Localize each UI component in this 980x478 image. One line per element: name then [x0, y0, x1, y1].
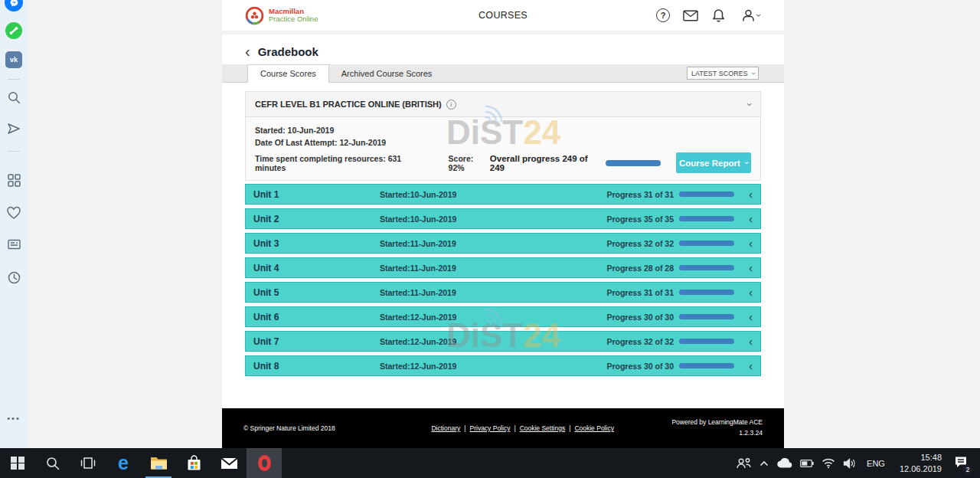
unit-row[interactable]: Unit 3 Started:11-Jun-2019 Progress 32 o…: [245, 233, 761, 254]
chevron-down-icon[interactable]: ›: [744, 103, 754, 106]
unit-name: Unit 3: [253, 238, 380, 249]
unit-started: Started:11-Jun-2019: [380, 239, 606, 248]
chevron-left-icon[interactable]: ‹: [743, 188, 753, 200]
unit-started: Started:11-Jun-2019: [380, 288, 606, 297]
footer-copyright: © Springer Nature Limited 2018: [243, 424, 374, 432]
start-icon[interactable]: [0, 448, 35, 478]
unit-progress: Progress 32 of 32: [606, 239, 674, 248]
chevron-left-icon[interactable]: ‹: [743, 262, 753, 273]
back-icon[interactable]: ‹: [245, 44, 250, 58]
footer-powered-by: Powered by LearningMate ACE: [671, 417, 763, 428]
help-icon[interactable]: ?: [655, 8, 671, 23]
tab-course-scores[interactable]: Course Scores: [247, 64, 329, 83]
unit-row[interactable]: Unit 6 Started:12-Jun-2019 Progress 30 o…: [245, 306, 761, 327]
unit-row[interactable]: Unit 2 Started:10-Jun-2019 Progress 35 o…: [245, 208, 761, 229]
nav-courses[interactable]: COURSES: [479, 10, 528, 21]
taskbar-search-icon[interactable]: [35, 448, 70, 478]
bell-icon[interactable]: [710, 8, 726, 23]
chevron-down-icon: ›: [743, 162, 751, 165]
footer-link-cookie-policy[interactable]: Cookie Policy: [574, 424, 614, 432]
opera-icon[interactable]: [247, 448, 282, 478]
unit-progress-bar: [679, 290, 734, 295]
messenger-icon[interactable]: [0, 0, 28, 11]
notification-badge: 2: [962, 464, 973, 475]
chevron-left-icon[interactable]: ‹: [743, 237, 753, 249]
unit-row[interactable]: Unit 5 Started:11-Jun-2019 Progress 31 o…: [245, 282, 761, 303]
unit-name: Unit 2: [253, 214, 380, 224]
unit-progress: Progress 31 of 31: [606, 190, 674, 199]
task-view-icon[interactable]: [70, 448, 106, 478]
people-icon[interactable]: [736, 457, 752, 470]
course-started: Started: 10-Jun-2019: [255, 126, 751, 135]
course-time-spent: Time spent completing resources: 631 min…: [255, 154, 427, 172]
footer-link-cookie-settings[interactable]: Cookie Settings: [520, 424, 566, 432]
file-explorer-icon[interactable]: [141, 448, 176, 478]
chevron-left-icon[interactable]: ‹: [743, 286, 753, 298]
macmillan-logo-icon: [245, 6, 264, 25]
unit-progress-bar: [679, 265, 734, 270]
more-icon[interactable]: •••: [0, 414, 28, 423]
unit-started: Started:11-Jun-2019: [380, 264, 606, 273]
volume-icon[interactable]: [843, 458, 856, 469]
unit-row[interactable]: Unit 8 Started:12-Jun-2019 Progress 30 o…: [245, 355, 761, 376]
unit-progress-bar: [679, 241, 734, 246]
unit-row[interactable]: Unit 4 Started:11-Jun-2019 Progress 28 o…: [245, 257, 761, 278]
unit-row[interactable]: Unit 1 Started:10-Jun-2019 Progress 31 o…: [245, 184, 761, 205]
site-header: Macmillan Practice Online COURSES ? ›: [222, 0, 784, 34]
logo-line2: Practice Online: [269, 15, 318, 23]
my-flow-icon[interactable]: [0, 122, 28, 136]
course-panel: CEFR LEVEL B1 PRACTICE ONLINE (BRITISH) …: [245, 91, 761, 181]
clock-date: 12.06.2019: [900, 463, 942, 475]
course-report-button[interactable]: Course Report ›: [676, 152, 751, 173]
unit-progress: Progress 32 of 32: [606, 337, 674, 346]
unit-progress-bar: [679, 314, 734, 319]
action-center-icon[interactable]: 2: [954, 456, 968, 471]
course-panel-header[interactable]: CEFR LEVEL B1 PRACTICE ONLINE (BRITISH) …: [246, 92, 760, 117]
search-icon[interactable]: [0, 90, 28, 105]
unit-name: Unit 5: [253, 287, 380, 298]
chevron-left-icon[interactable]: ‹: [743, 311, 753, 322]
tab-archived-course-scores[interactable]: Archived Course Scores: [329, 64, 445, 82]
unit-progress: Progress 35 of 35: [606, 214, 674, 224]
opera-sidebar: vk •••: [0, 0, 28, 448]
taskbar-clock[interactable]: 15:48 12.06.2019: [900, 452, 942, 475]
unit-row[interactable]: Unit 7 Started:12-Jun-2019 Progress 32 o…: [245, 331, 761, 352]
info-icon[interactable]: i: [446, 100, 456, 110]
hidden-icons-chevron[interactable]: [760, 460, 769, 467]
system-tray: ENG 15:48 12.06.2019 2: [732, 448, 980, 478]
bookmarks-icon[interactable]: [0, 206, 28, 220]
footer-link-dictionary[interactable]: Dictionary: [431, 424, 460, 432]
speed-dial-icon[interactable]: [0, 173, 28, 188]
unit-progress: Progress 30 of 30: [606, 313, 674, 322]
chevron-left-icon[interactable]: ‹: [743, 360, 753, 372]
edge-icon[interactable]: e: [106, 448, 141, 478]
whatsapp-icon[interactable]: [0, 22, 28, 39]
footer-link-privacy-policy[interactable]: Privacy Policy: [470, 424, 511, 432]
battery-icon[interactable]: [800, 460, 814, 467]
overall-progress-label: Overall progress 249 of 249: [490, 154, 600, 172]
chevron-left-icon[interactable]: ‹: [743, 336, 753, 347]
latest-scores-dropdown[interactable]: LATEST SCORES ›: [687, 67, 759, 80]
wifi-icon[interactable]: [822, 458, 835, 469]
macmillan-logo[interactable]: Macmillan Practice Online: [245, 6, 318, 25]
unit-progress-bar: [679, 192, 734, 197]
unit-progress: Progress 28 of 28: [606, 264, 674, 273]
page-title: Gradebook: [258, 45, 318, 58]
mail-icon[interactable]: [683, 8, 698, 23]
news-icon[interactable]: [0, 238, 28, 250]
language-indicator[interactable]: ENG: [867, 459, 885, 468]
unit-progress: Progress 31 of 31: [606, 288, 674, 297]
history-icon[interactable]: [0, 270, 28, 285]
onedrive-icon[interactable]: [776, 458, 792, 468]
course-last-attempt: Date Of Last Attempt: 12-Jun-2019: [255, 138, 751, 147]
unit-started: Started:12-Jun-2019: [380, 362, 606, 371]
chevron-left-icon[interactable]: ‹: [743, 213, 753, 224]
taskbar-mail-icon[interactable]: [211, 448, 247, 478]
site-footer: © Springer Nature Limited 2018 Dictionar…: [222, 408, 784, 448]
vk-icon[interactable]: vk: [0, 51, 28, 68]
user-icon[interactable]: ›: [738, 8, 763, 23]
course-score: Score: 92%: [449, 154, 490, 172]
course-title: CEFR LEVEL B1 PRACTICE ONLINE (BRITISH): [255, 100, 442, 109]
tabs-row: Course Scores Archived Course Scores LAT…: [222, 64, 784, 83]
store-icon[interactable]: [176, 448, 211, 478]
